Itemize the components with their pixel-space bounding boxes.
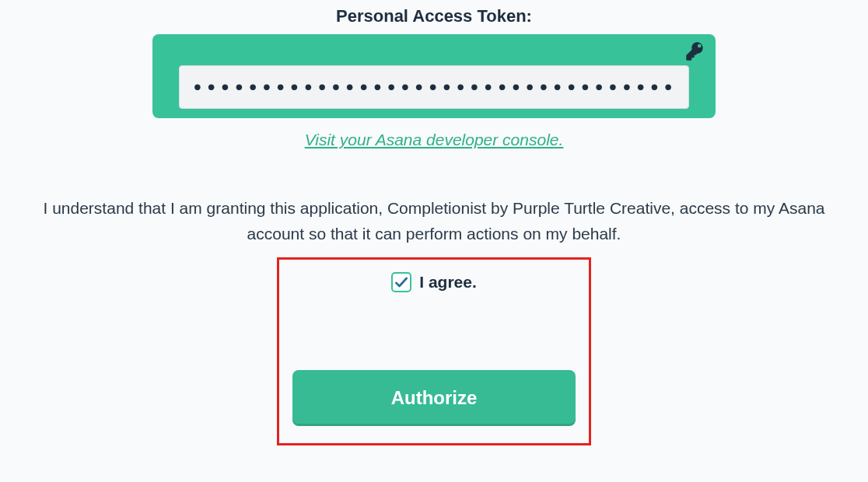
page-title: Personal Access Token:	[336, 6, 532, 26]
highlight-box: I agree. Authorize	[277, 257, 591, 445]
disclaimer-text: I understand that I am granting this app…	[22, 196, 846, 246]
token-input-wrap	[179, 65, 689, 109]
agree-row: I agree.	[391, 272, 477, 292]
key-icon	[684, 40, 706, 65]
personal-access-token-input[interactable]	[194, 75, 674, 100]
check-icon	[394, 274, 409, 290]
authorize-button[interactable]: Authorize	[292, 370, 576, 426]
visit-developer-console-link[interactable]: Visit your Asana developer console.	[305, 131, 564, 149]
agree-label: I agree.	[419, 273, 477, 292]
agree-checkbox[interactable]	[391, 272, 411, 292]
token-box	[152, 34, 716, 118]
